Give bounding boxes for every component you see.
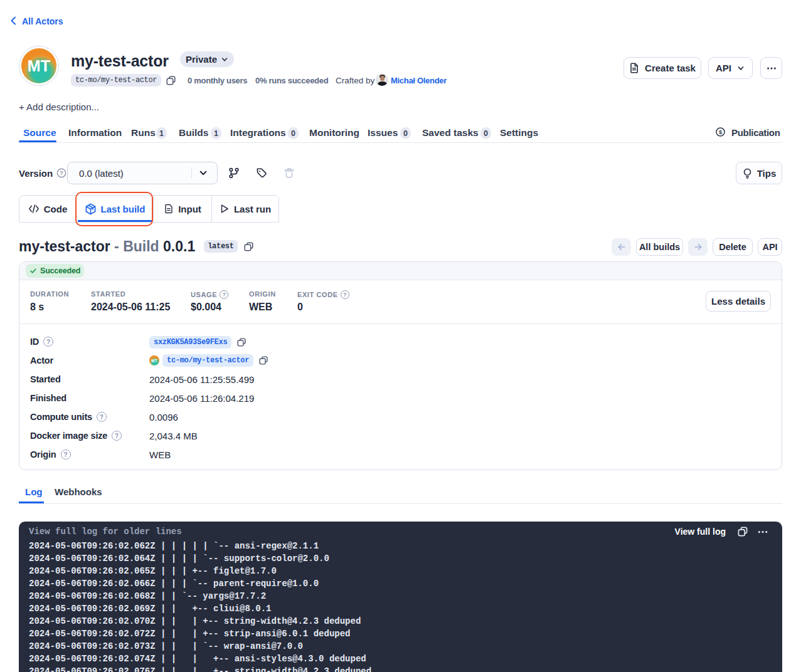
- svg-text:$: $: [719, 129, 723, 135]
- svg-text:?: ?: [60, 169, 63, 176]
